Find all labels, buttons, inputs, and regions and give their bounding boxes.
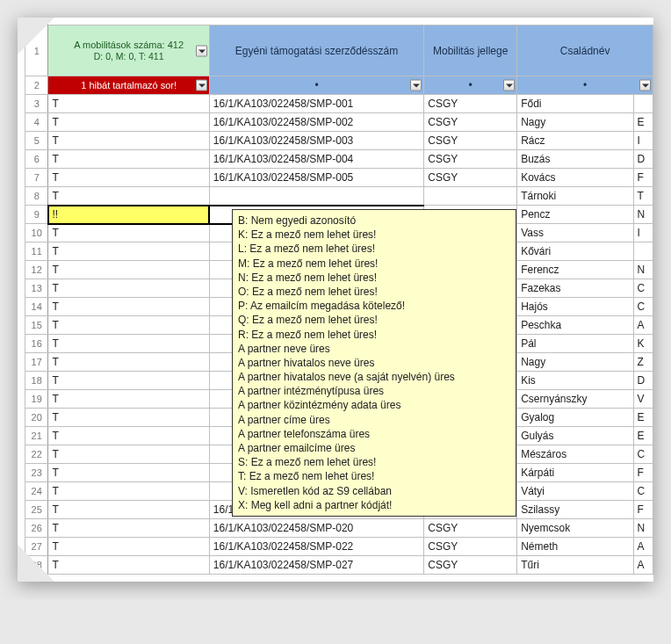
filter-cell-contract[interactable]: • (209, 76, 423, 95)
contract-cell[interactable]: 16/1/KA103/022458/SMP-002 (209, 113, 423, 132)
contract-cell[interactable]: 16/1/KA103/022458/SMP-027 (209, 556, 423, 575)
name-cell[interactable]: Tárnoki (517, 187, 633, 206)
type-cell[interactable] (424, 187, 517, 206)
filter-icon[interactable] (196, 80, 207, 91)
filter-cell-type[interactable]: • (424, 76, 517, 95)
clip-cell[interactable]: C (633, 279, 653, 298)
contract-cell[interactable]: 16/1/KA103/022458/SMP-001 (209, 95, 423, 113)
name-cell[interactable]: Mészáros (517, 445, 633, 464)
row-number[interactable]: 2 (25, 76, 48, 95)
name-cell[interactable]: Szilassy (517, 501, 633, 519)
clip-cell[interactable] (633, 242, 653, 261)
name-cell[interactable]: Kővári (517, 242, 633, 261)
name-cell[interactable]: Csernyánszky (517, 390, 633, 409)
clip-cell[interactable]: C (633, 298, 653, 316)
type-cell[interactable]: CSGY (424, 132, 517, 150)
row-number[interactable]: 26 (25, 519, 48, 538)
row-number[interactable]: 5 (25, 132, 48, 150)
status-cell[interactable]: T (48, 427, 209, 445)
clip-cell[interactable]: C (633, 445, 653, 464)
row-number[interactable]: 14 (25, 298, 48, 316)
row-number[interactable]: 11 (25, 242, 48, 261)
status-cell[interactable]: T (48, 482, 209, 501)
row-number[interactable]: 6 (25, 150, 48, 169)
type-cell[interactable]: CSGY (424, 169, 517, 187)
row-number[interactable]: 12 (25, 261, 48, 279)
status-cell[interactable]: T (48, 95, 209, 113)
status-cell[interactable]: T (48, 556, 209, 575)
table-row[interactable]: 4 T 16/1/KA103/022458/SMP-002 CSGY Nagy … (25, 113, 653, 132)
row-number[interactable]: 3 (25, 95, 48, 113)
clip-cell[interactable]: I (633, 132, 653, 150)
contract-cell[interactable]: 16/1/KA103/022458/SMP-020 (209, 519, 423, 538)
clip-cell[interactable]: D (633, 150, 653, 169)
status-cell[interactable]: T (48, 538, 209, 556)
clip-cell[interactable]: D (633, 372, 653, 390)
name-cell[interactable]: Vass (517, 224, 633, 242)
type-cell[interactable]: CSGY (424, 113, 517, 132)
status-cell[interactable]: T (48, 409, 209, 427)
table-row[interactable]: 3 T 16/1/KA103/022458/SMP-001 CSGY Fődi (25, 95, 653, 113)
row-number[interactable]: 24 (25, 482, 48, 501)
status-cell[interactable]: T (48, 169, 209, 187)
status-cell[interactable]: T (48, 335, 209, 353)
table-row[interactable]: 27 T 16/1/KA103/022458/SMP-022 CSGY Néme… (25, 538, 653, 556)
type-cell[interactable]: CSGY (424, 519, 517, 538)
filter-cell-name[interactable]: • (517, 76, 653, 95)
name-cell[interactable]: Kis (517, 372, 633, 390)
status-cell[interactable]: T (48, 445, 209, 464)
contract-cell[interactable]: 16/1/KA103/022458/SMP-003 (209, 132, 423, 150)
type-cell[interactable]: CSGY (424, 95, 517, 113)
row-number[interactable]: 16 (25, 335, 48, 353)
clip-cell[interactable]: Z (633, 353, 653, 372)
row-number[interactable]: 21 (25, 427, 48, 445)
clip-cell[interactable]: A (633, 556, 653, 575)
clip-cell[interactable]: E (633, 427, 653, 445)
status-cell[interactable]: T (48, 279, 209, 298)
error-count-cell[interactable]: 1 hibát tartalmazó sor! (48, 76, 209, 95)
type-cell[interactable]: CSGY (424, 556, 517, 575)
clip-cell[interactable]: E (633, 113, 653, 132)
row-number[interactable]: 9 (25, 206, 48, 224)
row-number[interactable]: 4 (25, 113, 48, 132)
name-cell[interactable]: Hajós (517, 298, 633, 316)
row-number[interactable]: 25 (25, 501, 48, 519)
clip-cell[interactable]: A (633, 316, 653, 335)
table-row[interactable]: 6 T 16/1/KA103/022458/SMP-004 CSGY Buzás… (25, 150, 653, 169)
name-cell[interactable]: Kovács (517, 169, 633, 187)
status-cell[interactable]: T (48, 316, 209, 335)
contract-cell[interactable]: 16/1/KA103/022458/SMP-005 (209, 169, 423, 187)
name-cell[interactable]: Nagy (517, 113, 633, 132)
row-number[interactable]: 22 (25, 445, 48, 464)
status-cell[interactable]: T (48, 519, 209, 538)
status-cell[interactable]: T (48, 298, 209, 316)
name-cell[interactable]: Peschka (517, 316, 633, 335)
row-number[interactable]: 17 (25, 353, 48, 372)
row-number[interactable]: 18 (25, 372, 48, 390)
clip-cell[interactable]: V (633, 390, 653, 409)
name-cell[interactable]: Nagy (517, 353, 633, 372)
clip-cell[interactable] (633, 95, 653, 113)
clip-cell[interactable]: F (633, 501, 653, 519)
name-cell[interactable]: Németh (517, 538, 633, 556)
filter-icon[interactable] (410, 80, 422, 91)
clip-cell[interactable]: C (633, 482, 653, 501)
table-row[interactable]: 26 T 16/1/KA103/022458/SMP-020 CSGY Nyem… (25, 519, 653, 538)
contract-cell[interactable]: 16/1/KA103/022458/SMP-004 (209, 150, 423, 169)
status-cell[interactable]: T (48, 113, 209, 132)
name-cell[interactable]: Gyalog (517, 409, 633, 427)
name-cell[interactable]: Nyemcsok (517, 519, 633, 538)
clip-cell[interactable]: N (633, 261, 653, 279)
clip-cell[interactable]: N (633, 206, 653, 224)
status-cell[interactable]: T (48, 132, 209, 150)
row-number[interactable]: 7 (25, 169, 48, 187)
status-cell[interactable]: T (48, 242, 209, 261)
type-cell[interactable]: CSGY (424, 538, 517, 556)
name-cell[interactable]: Fazekas (517, 279, 633, 298)
clip-cell[interactable]: N (633, 519, 653, 538)
status-cell[interactable]: T (48, 501, 209, 519)
clip-cell[interactable]: A (633, 538, 653, 556)
name-cell[interactable]: Fődi (517, 95, 633, 113)
row-number[interactable]: 15 (25, 316, 48, 335)
name-cell[interactable]: Rácz (517, 132, 633, 150)
